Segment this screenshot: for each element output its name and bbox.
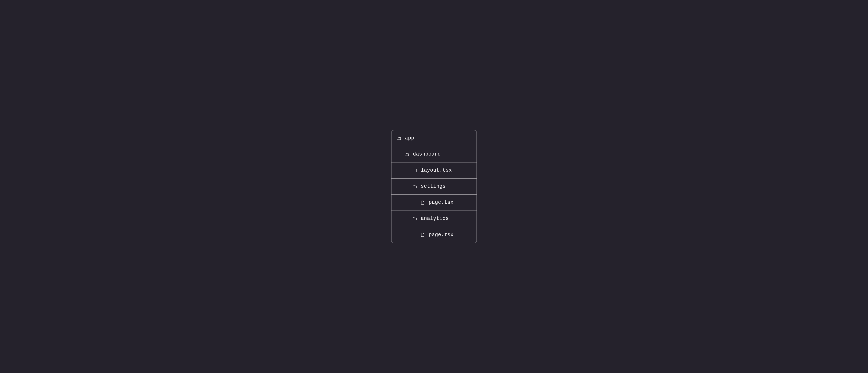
file-tree-panel: app dashboard layout.tsx settings page.t… xyxy=(391,130,477,243)
tree-item-settings-page-tsx[interactable]: page.tsx xyxy=(392,195,476,211)
folder-icon xyxy=(404,152,409,157)
tree-item-label: app xyxy=(405,136,414,141)
file-icon xyxy=(420,200,425,205)
tree-item-label: dashboard xyxy=(413,152,441,157)
layout-icon xyxy=(412,168,417,173)
folder-icon xyxy=(396,136,401,141)
tree-item-app[interactable]: app xyxy=(392,130,476,146)
tree-item-label: settings xyxy=(421,184,445,189)
tree-item-label: page.tsx xyxy=(429,232,454,237)
tree-item-dashboard[interactable]: dashboard xyxy=(392,146,476,163)
folder-icon xyxy=(412,184,417,189)
file-icon xyxy=(420,232,425,237)
tree-item-analytics[interactable]: analytics xyxy=(392,211,476,227)
tree-item-label: layout.tsx xyxy=(421,168,452,173)
tree-item-label: analytics xyxy=(421,216,448,221)
tree-item-layout-tsx[interactable]: layout.tsx xyxy=(392,163,476,178)
tree-item-analytics-page-tsx[interactable]: page.tsx xyxy=(392,227,476,243)
folder-icon xyxy=(412,216,417,221)
svg-rect-0 xyxy=(413,169,416,172)
tree-item-settings[interactable]: settings xyxy=(392,178,476,195)
tree-item-label: page.tsx xyxy=(429,200,454,205)
